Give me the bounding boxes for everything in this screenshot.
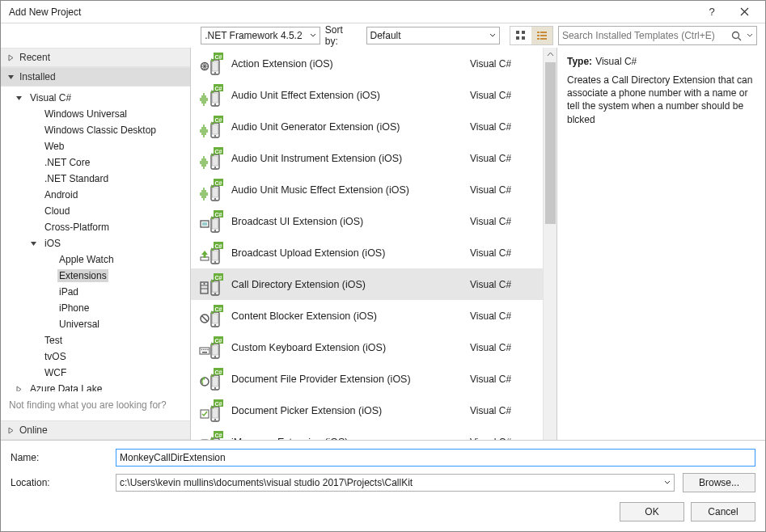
svg-text:C#: C# [215,85,222,91]
tree-node-label: Universal [57,318,101,331]
svg-text:C#: C# [215,369,222,374]
browse-button[interactable]: Browse... [683,473,755,492]
list-icon [536,30,548,41]
chevron-right-icon [15,386,25,392]
svg-point-20 [214,103,216,105]
tree-node[interactable]: Android [6,187,190,203]
svg-rect-81 [213,377,218,386]
svg-point-55 [204,283,205,285]
template-item[interactable]: C# Audio Unit Generator Extension (iOS)V… [191,111,543,142]
tree-node[interactable]: Test [6,332,190,348]
svg-rect-19 [213,93,218,103]
grid-icon [515,30,527,41]
tree-node[interactable]: Apple Watch [6,251,190,268]
list-view-button[interactable] [531,27,552,44]
template-item[interactable]: C# Document Picker Extension (iOS)Visual… [191,395,543,426]
svg-rect-92 [213,440,218,441]
tree-node[interactable]: Windows Universal [6,106,190,122]
svg-text:C#: C# [215,337,222,343]
template-icon: C# [199,52,223,76]
template-item[interactable]: C# Document File Provider Extension (iOS… [191,363,543,395]
svg-rect-48 [213,251,218,260]
svg-rect-39 [202,222,207,226]
template-icon: C# [199,399,223,423]
scroll-down-arrow[interactable] [544,426,557,440]
ok-button[interactable]: OK [620,502,684,521]
template-item[interactable]: C# Action Extension (iOS)Visual C# [191,48,543,79]
sidebar-section-recent[interactable]: Recent [1,48,190,67]
template-language: Visual C# [470,342,535,353]
template-item[interactable]: C# Audio Unit Music Effect Extension (iO… [191,174,543,205]
template-item[interactable]: C# Custom Keyboard Extension (iOS)Visual… [191,331,543,363]
vertical-scrollbar[interactable] [543,48,557,440]
chevron-down-icon [489,32,496,39]
tree-node[interactable]: Cross-Platform [6,219,190,235]
name-input-value: MonkeyCallDirExtension [120,452,226,463]
tree-node-label: Windows Classic Desktop [43,124,158,137]
template-list[interactable]: C# Action Extension (iOS)Visual C# C# Au… [191,48,543,440]
svg-rect-1 [522,31,525,34]
svg-rect-4 [537,32,540,33]
svg-rect-41 [213,219,218,229]
sidebar-section-online[interactable]: Online [1,420,190,440]
tree-node[interactable]: WCF [6,365,190,381]
svg-point-25 [214,135,216,137]
search-icon [731,31,742,41]
template-item[interactable]: C# Audio Unit Effect Extension (iOS)Visu… [191,79,543,111]
tree-node[interactable]: .NET Standard [6,171,190,187]
location-label: Location: [11,477,108,488]
chevron-up-icon [547,51,554,58]
template-icon: C# [199,430,223,441]
framework-combo[interactable]: .NET Framework 4.5.2 [201,27,320,44]
svg-point-88 [214,419,216,420]
svg-rect-24 [213,125,218,134]
name-input[interactable]: MonkeyCallDirExtension [116,449,755,467]
tree-node[interactable]: tvOS [6,348,190,365]
template-language: Visual C# [470,58,535,70]
tree-node[interactable]: iOS [6,235,190,251]
tree-node[interactable]: Visual C# [6,90,190,106]
template-icon: C# [199,115,223,139]
help-button[interactable]: ? [696,1,728,23]
sidebar-section-installed[interactable]: Installed [1,67,190,87]
template-language: Visual C# [470,279,535,290]
svg-text:C#: C# [215,243,222,248]
template-item[interactable]: C# Audio Unit Instrument Extension (iOS)… [191,142,543,174]
template-name: Call Directory Extension (iOS) [231,279,462,290]
tree-node[interactable]: Windows Classic Desktop [6,122,190,138]
template-item[interactable]: C# Broadcast UI Extension (iOS)Visual C# [191,205,543,237]
tree-node[interactable]: Extensions [6,268,190,284]
grid-view-button[interactable] [510,27,531,44]
tree-node[interactable]: Cloud [6,203,190,219]
chevron-down-icon [664,479,671,486]
tree-node[interactable]: Azure Data Lake [6,381,190,391]
template-name: Audio Unit Generator Extension (iOS) [231,121,462,133]
search-input[interactable]: Search Installed Templates (Ctrl+E) [558,26,757,45]
tree-node[interactable]: Universal [6,316,190,332]
tree-node[interactable]: iPad [6,284,190,300]
tree-node[interactable]: iPhone [6,300,190,316]
cancel-button[interactable]: Cancel [691,502,755,521]
svg-text:C#: C# [215,211,222,217]
svg-text:C#: C# [215,306,222,311]
sidebar-section-label: Installed [19,71,56,82]
svg-text:C#: C# [215,116,222,122]
close-button[interactable] [728,1,760,23]
template-item[interactable]: C# Broadcast Upload Extension (iOS)Visua… [191,237,543,268]
svg-text:C#: C# [215,400,222,406]
tree-node[interactable]: .NET Core [6,154,190,171]
tree-node-label: tvOS [43,350,68,363]
tree-node-label: Test [43,334,64,347]
template-item[interactable]: C# Call Directory Extension (iOS)Visual … [191,268,543,300]
template-name: Audio Unit Instrument Extension (iOS) [231,153,462,164]
tree-node[interactable]: Web [6,138,190,154]
template-item[interactable]: C# Content Blocker Extension (iOS)Visual… [191,300,543,331]
sort-combo[interactable]: Default [366,27,500,44]
template-icon: C# [199,272,223,297]
location-combo[interactable]: c:\Users\kevin mullins\documents\visual … [116,474,675,492]
scroll-up-arrow[interactable] [544,48,557,61]
template-icon: C# [199,178,223,202]
template-language: Visual C# [470,90,535,101]
scrollbar-thumb[interactable] [545,62,556,224]
template-item[interactable]: C# iMessage Extension (iOS)Visual C# [191,426,543,440]
